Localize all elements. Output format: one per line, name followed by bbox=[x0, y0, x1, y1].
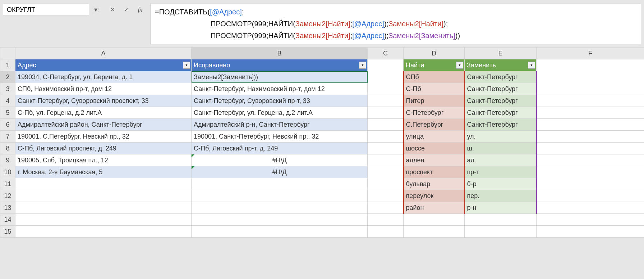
col-header-F[interactable]: F bbox=[537, 48, 644, 59]
row-header[interactable]: 3 bbox=[0, 83, 15, 95]
cell[interactable] bbox=[368, 214, 404, 226]
cell[interactable] bbox=[368, 131, 404, 143]
cell[interactable] bbox=[368, 95, 404, 107]
enter-button[interactable]: ✓ bbox=[119, 4, 133, 16]
cell[interactable] bbox=[537, 95, 644, 107]
cell[interactable]: Санкт-Петербург bbox=[465, 95, 537, 107]
cell[interactable] bbox=[537, 166, 644, 178]
col-header-B[interactable]: B bbox=[192, 48, 368, 59]
cell[interactable]: Санкт-Петербург bbox=[465, 107, 537, 119]
cell[interactable] bbox=[368, 119, 404, 131]
cell[interactable]: С-Пб, ул. Герцена, д.2 лит.А bbox=[15, 107, 192, 119]
row-header[interactable]: 13 bbox=[0, 202, 15, 214]
cell[interactable] bbox=[368, 190, 404, 202]
cell[interactable]: СПб, Нахимовский пр-т, дом 12 bbox=[15, 83, 192, 95]
cell[interactable] bbox=[192, 226, 368, 238]
cell[interactable]: проспект bbox=[404, 166, 465, 178]
row-header[interactable]: 5 bbox=[0, 107, 15, 119]
cell[interactable]: Санкт-Петербург bbox=[465, 83, 537, 95]
cell[interactable] bbox=[465, 214, 537, 226]
cell[interactable] bbox=[368, 59, 404, 71]
cell[interactable] bbox=[15, 190, 192, 202]
cell[interactable] bbox=[192, 178, 368, 190]
cell[interactable] bbox=[368, 107, 404, 119]
filter-button[interactable]: ▼ bbox=[456, 62, 463, 69]
cell[interactable]: г. Москва, 2-я Бауманская, 5 bbox=[15, 166, 192, 178]
row-header[interactable]: 6 bbox=[0, 119, 15, 131]
row-header[interactable]: 8 bbox=[0, 143, 15, 154]
cell[interactable]: аллея bbox=[404, 154, 465, 166]
cell[interactable]: Санкт-Петербург, ул. Герцена, д.2 лит.А bbox=[192, 107, 368, 119]
cell[interactable] bbox=[15, 226, 192, 238]
cell[interactable] bbox=[368, 154, 404, 166]
cell[interactable] bbox=[15, 178, 192, 190]
cell[interactable] bbox=[537, 226, 644, 238]
cell[interactable] bbox=[404, 226, 465, 238]
filter-button[interactable]: ▼ bbox=[359, 62, 366, 69]
cell[interactable] bbox=[368, 226, 404, 238]
cell[interactable]: ул. bbox=[465, 131, 537, 143]
cell[interactable] bbox=[368, 71, 404, 83]
cell[interactable]: район bbox=[404, 202, 465, 214]
select-all-corner[interactable] bbox=[0, 48, 15, 59]
cell[interactable]: С-Пб, Лиговский проспект, д. 249 bbox=[15, 143, 192, 154]
cell[interactable]: С-Пб bbox=[404, 83, 465, 95]
cell[interactable] bbox=[192, 214, 368, 226]
cell[interactable] bbox=[465, 226, 537, 238]
cell[interactable] bbox=[404, 214, 465, 226]
cell[interactable]: пер. bbox=[465, 190, 537, 202]
row-header[interactable]: 2 bbox=[0, 71, 15, 83]
cell[interactable]: #Н/Д bbox=[192, 154, 368, 166]
cell[interactable]: переулок bbox=[404, 190, 465, 202]
cell[interactable]: шоссе bbox=[404, 143, 465, 154]
cell[interactable]: Адрес▼ bbox=[15, 59, 192, 71]
col-header-C[interactable]: C bbox=[368, 48, 404, 59]
row-header[interactable]: 15 bbox=[0, 226, 15, 238]
cell[interactable]: 199034, С-Петербург, ул. Беринга, д. 1 bbox=[15, 71, 192, 83]
row-header[interactable]: 14 bbox=[0, 214, 15, 226]
cell[interactable] bbox=[537, 71, 644, 83]
cell[interactable] bbox=[537, 143, 644, 154]
cell[interactable] bbox=[368, 178, 404, 190]
cell[interactable]: б-р bbox=[465, 178, 537, 190]
cell[interactable] bbox=[368, 202, 404, 214]
cell[interactable] bbox=[537, 214, 644, 226]
filter-button[interactable]: ▼ bbox=[528, 62, 535, 69]
row-header[interactable]: 12 bbox=[0, 190, 15, 202]
cell[interactable]: бульвар bbox=[404, 178, 465, 190]
cell[interactable]: р-н bbox=[465, 202, 537, 214]
cell[interactable]: Санкт-Петербург, Нахимовский пр-т, дом 1… bbox=[192, 83, 368, 95]
name-box-input[interactable] bbox=[3, 6, 94, 14]
cell[interactable] bbox=[192, 190, 368, 202]
cell[interactable]: СПб bbox=[404, 71, 465, 83]
cell[interactable] bbox=[537, 131, 644, 143]
cell[interactable] bbox=[537, 202, 644, 214]
cell[interactable] bbox=[537, 154, 644, 166]
col-header-E[interactable]: E bbox=[465, 48, 537, 59]
row-header[interactable]: 4 bbox=[0, 95, 15, 107]
cell[interactable]: Санкт-Петербург, Суворовский пр-т, 33 bbox=[192, 95, 368, 107]
cell[interactable]: пр-т bbox=[465, 166, 537, 178]
cell[interactable]: Санкт-Петербург bbox=[465, 71, 537, 83]
cell[interactable]: Питер bbox=[404, 95, 465, 107]
col-header-D[interactable]: D bbox=[404, 48, 465, 59]
cell[interactable] bbox=[537, 178, 644, 190]
cell[interactable]: Замены2[Заменить])) bbox=[192, 71, 368, 83]
cell[interactable] bbox=[537, 119, 644, 131]
cell[interactable] bbox=[15, 202, 192, 214]
cell[interactable]: Найти▼ bbox=[404, 59, 465, 71]
cell[interactable] bbox=[537, 190, 644, 202]
cell[interactable]: 190001, Санкт-Петербург, Невский пр., 32 bbox=[192, 131, 368, 143]
cell[interactable]: Адмиралтейский р-н, Санкт-Петербург bbox=[192, 119, 368, 131]
cell[interactable]: 190001, С.Петербург, Невский пр., 32 bbox=[15, 131, 192, 143]
cell[interactable]: С-Петербург bbox=[404, 107, 465, 119]
cell[interactable]: Исправлено▼ bbox=[192, 59, 368, 71]
cell[interactable] bbox=[368, 83, 404, 95]
row-header[interactable]: 11 bbox=[0, 178, 15, 190]
cell[interactable] bbox=[15, 214, 192, 226]
cell[interactable]: улица bbox=[404, 131, 465, 143]
spreadsheet-grid[interactable]: A B C D E F 1Адрес▼Исправлено▼Найти▼Заме… bbox=[0, 47, 644, 238]
cell[interactable]: С-Пб, Лиговский пр-т, д. 249 bbox=[192, 143, 368, 154]
cell[interactable]: Адмиралтейский район, Санкт-Петербург bbox=[15, 119, 192, 131]
formula-input[interactable]: =ПОДСТАВИТЬ([@Адрес]; ПРОСМОТР(999;НАЙТИ… bbox=[150, 4, 641, 44]
